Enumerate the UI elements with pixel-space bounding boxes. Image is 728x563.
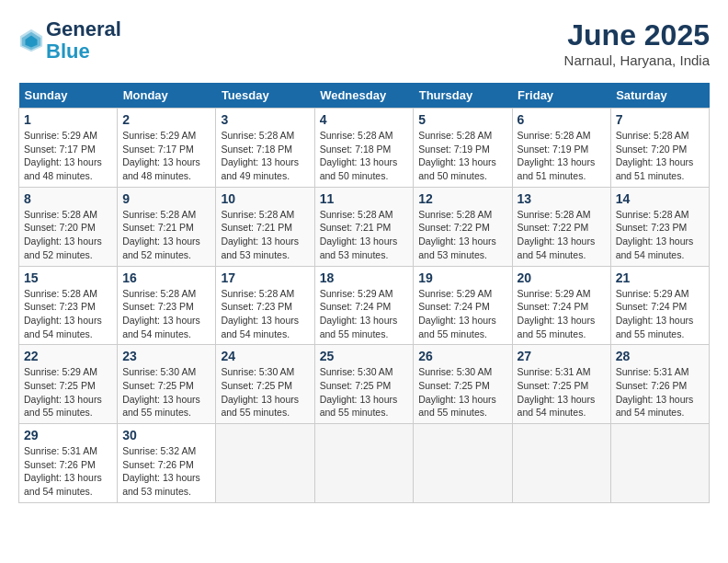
day-info: Sunrise: 5:32 AMSunset: 7:26 PMDaylight:…	[122, 444, 210, 499]
calendar-cell: 15Sunrise: 5:28 AMSunset: 7:23 PMDayligh…	[19, 266, 118, 345]
day-number: 28	[616, 349, 704, 363]
calendar-cell: 30Sunrise: 5:32 AMSunset: 7:26 PMDayligh…	[118, 424, 216, 503]
calendar-cell: 27Sunrise: 5:31 AMSunset: 7:25 PMDayligh…	[512, 345, 610, 424]
calendar-cell: 4Sunrise: 5:28 AMSunset: 7:18 PMDaylight…	[314, 109, 414, 188]
week-row-4: 22Sunrise: 5:29 AMSunset: 7:25 PMDayligh…	[19, 345, 710, 424]
day-number: 9	[122, 191, 210, 206]
calendar-cell: 1Sunrise: 5:29 AMSunset: 7:17 PMDaylight…	[19, 109, 118, 188]
calendar-cell: 26Sunrise: 5:30 AMSunset: 7:25 PMDayligh…	[414, 345, 512, 424]
week-row-3: 15Sunrise: 5:28 AMSunset: 7:23 PMDayligh…	[19, 266, 710, 345]
calendar-table: SundayMondayTuesdayWednesdayThursdayFrid…	[18, 83, 710, 503]
calendar-cell: 6Sunrise: 5:28 AMSunset: 7:19 PMDaylight…	[512, 109, 610, 188]
calendar-cell: 7Sunrise: 5:28 AMSunset: 7:20 PMDaylight…	[610, 109, 709, 188]
calendar-cell: 22Sunrise: 5:29 AMSunset: 7:25 PMDayligh…	[19, 345, 118, 424]
day-info: Sunrise: 5:28 AMSunset: 7:23 PMDaylight:…	[221, 287, 309, 341]
day-number: 5	[418, 112, 506, 127]
calendar-cell: 19Sunrise: 5:29 AMSunset: 7:24 PMDayligh…	[414, 266, 512, 345]
day-number: 22	[24, 349, 112, 363]
calendar-cell: 12Sunrise: 5:28 AMSunset: 7:22 PMDayligh…	[414, 187, 512, 266]
week-row-1: 1Sunrise: 5:29 AMSunset: 7:17 PMDaylight…	[19, 109, 710, 188]
day-number: 27	[518, 349, 606, 363]
page-header: GeneralBlue June 2025 Narnaul, Haryana, …	[18, 18, 710, 68]
day-info: Sunrise: 5:29 AMSunset: 7:17 PMDaylight:…	[24, 129, 112, 183]
calendar-cell: 18Sunrise: 5:29 AMSunset: 7:24 PMDayligh…	[314, 266, 414, 345]
calendar-cell: 17Sunrise: 5:28 AMSunset: 7:23 PMDayligh…	[216, 266, 314, 345]
calendar-cell	[216, 424, 314, 503]
calendar-cell: 28Sunrise: 5:31 AMSunset: 7:26 PMDayligh…	[610, 345, 709, 424]
day-number: 7	[616, 112, 704, 127]
col-header-saturday: Saturday	[610, 83, 709, 109]
day-info: Sunrise: 5:28 AMSunset: 7:19 PMDaylight:…	[518, 129, 606, 183]
day-number: 10	[221, 191, 309, 206]
calendar-cell: 20Sunrise: 5:29 AMSunset: 7:24 PMDayligh…	[512, 266, 610, 345]
day-info: Sunrise: 5:28 AMSunset: 7:23 PMDaylight:…	[24, 287, 112, 341]
day-number: 20	[518, 270, 606, 285]
calendar-cell: 21Sunrise: 5:29 AMSunset: 7:24 PMDayligh…	[610, 266, 709, 345]
calendar-cell: 10Sunrise: 5:28 AMSunset: 7:21 PMDayligh…	[216, 187, 314, 266]
calendar-cell: 8Sunrise: 5:28 AMSunset: 7:20 PMDaylight…	[19, 187, 118, 266]
calendar-cell	[610, 424, 709, 503]
day-info: Sunrise: 5:29 AMSunset: 7:24 PMDaylight:…	[418, 287, 506, 341]
day-info: Sunrise: 5:29 AMSunset: 7:24 PMDaylight:…	[320, 287, 409, 341]
day-number: 16	[122, 270, 210, 285]
day-info: Sunrise: 5:28 AMSunset: 7:21 PMDaylight:…	[122, 208, 210, 262]
day-info: Sunrise: 5:28 AMSunset: 7:20 PMDaylight:…	[616, 129, 704, 183]
day-info: Sunrise: 5:28 AMSunset: 7:22 PMDaylight:…	[518, 208, 606, 262]
day-info: Sunrise: 5:28 AMSunset: 7:23 PMDaylight:…	[616, 208, 704, 262]
day-info: Sunrise: 5:31 AMSunset: 7:25 PMDaylight:…	[518, 365, 606, 419]
day-number: 29	[24, 428, 112, 442]
col-header-monday: Monday	[118, 83, 216, 109]
logo-text: GeneralBlue	[46, 18, 121, 63]
day-info: Sunrise: 5:31 AMSunset: 7:26 PMDaylight:…	[24, 444, 112, 499]
calendar-cell: 14Sunrise: 5:28 AMSunset: 7:23 PMDayligh…	[610, 187, 709, 266]
day-info: Sunrise: 5:28 AMSunset: 7:19 PMDaylight:…	[418, 129, 506, 183]
day-number: 17	[221, 270, 309, 285]
col-header-thursday: Thursday	[414, 83, 512, 109]
day-number: 11	[320, 191, 409, 206]
day-number: 12	[418, 191, 506, 206]
logo: GeneralBlue	[18, 18, 121, 63]
day-number: 1	[24, 112, 112, 127]
day-info: Sunrise: 5:30 AMSunset: 7:25 PMDaylight:…	[418, 365, 506, 419]
calendar-cell: 3Sunrise: 5:28 AMSunset: 7:18 PMDaylight…	[216, 109, 314, 188]
week-row-2: 8Sunrise: 5:28 AMSunset: 7:20 PMDaylight…	[19, 187, 710, 266]
day-number: 2	[122, 112, 210, 127]
day-number: 30	[122, 428, 210, 442]
day-info: Sunrise: 5:30 AMSunset: 7:25 PMDaylight:…	[320, 365, 409, 419]
calendar-cell: 24Sunrise: 5:30 AMSunset: 7:25 PMDayligh…	[216, 345, 314, 424]
calendar-cell: 5Sunrise: 5:28 AMSunset: 7:19 PMDaylight…	[414, 109, 512, 188]
day-number: 23	[122, 349, 210, 363]
day-number: 21	[616, 270, 704, 285]
day-info: Sunrise: 5:28 AMSunset: 7:23 PMDaylight:…	[122, 287, 210, 341]
day-number: 6	[518, 112, 606, 127]
col-header-sunday: Sunday	[19, 83, 118, 109]
day-info: Sunrise: 5:30 AMSunset: 7:25 PMDaylight:…	[122, 365, 210, 419]
calendar-cell: 11Sunrise: 5:28 AMSunset: 7:21 PMDayligh…	[314, 187, 414, 266]
day-number: 19	[418, 270, 506, 285]
day-info: Sunrise: 5:30 AMSunset: 7:25 PMDaylight:…	[221, 365, 309, 419]
col-header-friday: Friday	[512, 83, 610, 109]
day-info: Sunrise: 5:28 AMSunset: 7:21 PMDaylight:…	[320, 208, 409, 262]
day-info: Sunrise: 5:29 AMSunset: 7:24 PMDaylight:…	[518, 287, 606, 341]
day-info: Sunrise: 5:29 AMSunset: 7:17 PMDaylight:…	[122, 129, 210, 183]
day-number: 24	[221, 349, 309, 363]
day-info: Sunrise: 5:31 AMSunset: 7:26 PMDaylight:…	[616, 365, 704, 419]
day-info: Sunrise: 5:29 AMSunset: 7:24 PMDaylight:…	[616, 287, 704, 341]
day-info: Sunrise: 5:28 AMSunset: 7:21 PMDaylight:…	[221, 208, 309, 262]
calendar-cell	[414, 424, 512, 503]
day-number: 13	[518, 191, 606, 206]
day-number: 3	[221, 112, 309, 127]
calendar-cell: 16Sunrise: 5:28 AMSunset: 7:23 PMDayligh…	[118, 266, 216, 345]
calendar-cell	[512, 424, 610, 503]
title-block: June 2025 Narnaul, Haryana, India	[564, 18, 710, 68]
month-title: June 2025	[564, 18, 710, 52]
day-number: 14	[616, 191, 704, 206]
day-number: 25	[320, 349, 409, 363]
day-info: Sunrise: 5:28 AMSunset: 7:20 PMDaylight:…	[24, 208, 112, 262]
header-row: SundayMondayTuesdayWednesdayThursdayFrid…	[19, 83, 710, 109]
calendar-cell: 29Sunrise: 5:31 AMSunset: 7:26 PMDayligh…	[19, 424, 118, 503]
col-header-wednesday: Wednesday	[314, 83, 414, 109]
day-info: Sunrise: 5:28 AMSunset: 7:18 PMDaylight:…	[320, 129, 409, 183]
logo-icon	[18, 28, 44, 53]
col-header-tuesday: Tuesday	[216, 83, 314, 109]
